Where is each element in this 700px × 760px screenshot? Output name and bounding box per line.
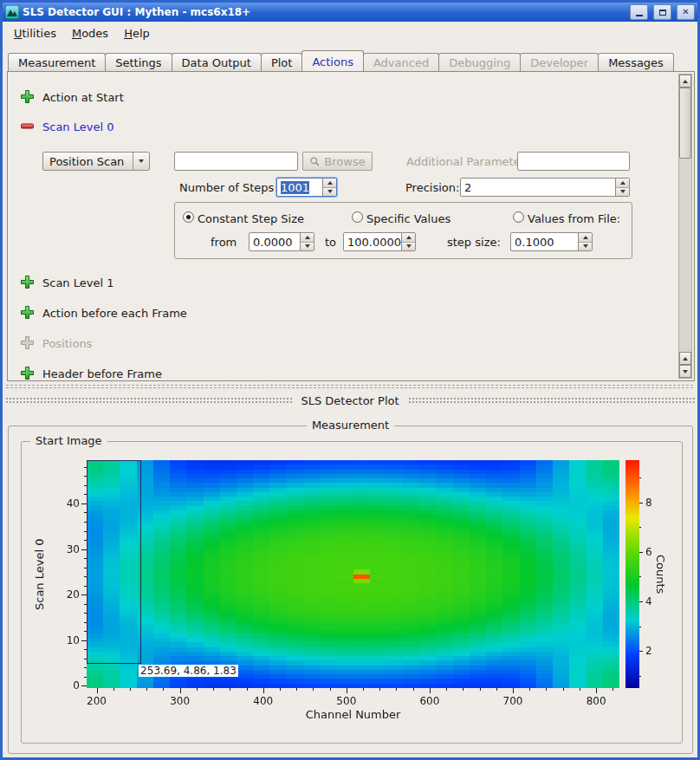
- x-minor-tick: [146, 688, 147, 691]
- colorbar-minor-tick: [639, 576, 641, 577]
- minimize-button[interactable]: [630, 4, 648, 20]
- y-tick-label: 0: [52, 679, 80, 692]
- arrow-up-icon: [683, 357, 688, 361]
- radio-constant-step-size-label: Constant Step Size: [198, 212, 304, 225]
- from-value[interactable]: 0.0000: [253, 236, 293, 249]
- close-icon: ✕: [682, 8, 689, 16]
- dock-handle-dots[interactable]: [5, 397, 292, 405]
- maximize-icon: [659, 10, 666, 16]
- precision-label: Precision:: [405, 181, 459, 194]
- spin-down-button[interactable]: [402, 242, 415, 251]
- menu-item-help[interactable]: Help: [116, 23, 158, 43]
- scan-level-1-plus-icon[interactable]: [20, 275, 35, 289]
- dropdown-arrow-icon: [133, 153, 149, 170]
- spin-down-button[interactable]: [323, 187, 336, 197]
- number-of-steps-value[interactable]: 1001: [281, 181, 309, 194]
- script-file-input[interactable]: [174, 152, 298, 171]
- scroll-up-button[interactable]: [679, 75, 691, 88]
- tab-messages[interactable]: Messages: [598, 53, 674, 71]
- x-major-tick: [430, 688, 431, 693]
- action-before-frame-plus-icon[interactable]: [20, 305, 35, 320]
- step-size-label: step size:: [447, 236, 501, 249]
- y-minor-tick: [84, 677, 87, 678]
- scroll-down-button[interactable]: [679, 365, 691, 378]
- header-before-frame-label: Header before Frame: [42, 367, 162, 380]
- x-minor-tick: [313, 688, 314, 691]
- x-minor-tick: [247, 688, 248, 691]
- step-size-spinbox[interactable]: 0.1000: [510, 232, 593, 251]
- x-tick-label: 500: [329, 695, 364, 707]
- tab-actions[interactable]: Actions: [301, 50, 364, 71]
- colorbar-tick: [639, 552, 643, 553]
- precision-value[interactable]: 2: [464, 181, 471, 194]
- precision-spinbox[interactable]: 2: [460, 178, 630, 197]
- y-tick-label: 20: [52, 588, 80, 601]
- to-value[interactable]: 100.0000: [347, 236, 401, 249]
- x-minor-tick: [213, 688, 214, 691]
- spin-down-button[interactable]: [301, 242, 314, 251]
- window-title: SLS Detector GUI : Mythen - mcs6x18+: [23, 6, 625, 18]
- step-size-value[interactable]: 0.1000: [515, 236, 554, 249]
- scroll-up-button-bottom[interactable]: [679, 352, 691, 365]
- menu-bar: Utilities Modes Help: [3, 22, 697, 44]
- arrow-down-icon: [683, 370, 688, 374]
- spin-down-button[interactable]: [579, 242, 592, 251]
- x-minor-tick: [496, 688, 497, 691]
- spin-up-button[interactable]: [301, 233, 314, 242]
- x-minor-tick: [363, 688, 364, 691]
- tab-data-output[interactable]: Data Output: [172, 53, 262, 71]
- x-minor-tick: [330, 688, 331, 691]
- x-minor-tick: [580, 688, 580, 691]
- from-spinbox[interactable]: 0.0000: [249, 232, 314, 251]
- header-before-frame-plus-icon[interactable]: [20, 366, 35, 380]
- additional-parameter-label: Additional Parameter:: [406, 155, 528, 168]
- x-tick-label: 800: [579, 695, 613, 707]
- radio-constant-step-size[interactable]: [183, 211, 194, 223]
- maximize-button[interactable]: [653, 4, 671, 20]
- action-at-start-plus-icon[interactable]: [20, 89, 35, 104]
- number-of-steps-spinbox[interactable]: 1001: [276, 178, 337, 197]
- x-minor-tick: [197, 688, 198, 691]
- magnifier-icon: [309, 156, 321, 167]
- radio-specific-values[interactable]: [352, 211, 363, 223]
- spin-up-button[interactable]: [616, 179, 629, 187]
- scan-mode-value: Position Scan: [49, 155, 124, 168]
- scrollbar-thumb[interactable]: [679, 88, 691, 159]
- tab-developer: Developer: [520, 53, 599, 71]
- tab-bar: Measurement Settings Data Output Plot Ac…: [8, 50, 692, 71]
- x-minor-tick: [113, 688, 114, 691]
- action-at-start-label: Action at Start: [42, 91, 124, 104]
- menu-item-utilities[interactable]: Utilities: [6, 23, 64, 43]
- splitter-handle[interactable]: [5, 384, 695, 389]
- browse-button: Browse: [302, 152, 373, 171]
- number-of-steps-label: Number of Steps:: [179, 181, 278, 194]
- scan-level-0-minus-icon[interactable]: [20, 119, 35, 133]
- spin-up-button[interactable]: [579, 233, 592, 242]
- measurement-title: Measurement: [307, 419, 394, 432]
- dock-handle-dots[interactable]: [408, 397, 695, 405]
- tab-measurement[interactable]: Measurement: [8, 53, 106, 71]
- tab-plot[interactable]: Plot: [261, 53, 303, 71]
- x-minor-tick: [563, 688, 564, 691]
- spin-down-button[interactable]: [616, 187, 629, 197]
- scan-level-0-label: Scan Level 0: [42, 120, 113, 133]
- additional-parameter-input[interactable]: [517, 152, 630, 171]
- x-tick-label: 600: [412, 695, 447, 707]
- menu-item-modes[interactable]: Modes: [64, 23, 116, 43]
- radio-values-from-file[interactable]: [513, 211, 524, 223]
- dock-title-text: SLS Detector Plot: [301, 394, 399, 407]
- to-spinbox[interactable]: 100.0000: [343, 232, 416, 251]
- vertical-scrollbar[interactable]: [678, 74, 692, 379]
- spin-up-button[interactable]: [402, 233, 415, 242]
- close-button[interactable]: ✕: [677, 4, 695, 20]
- app-window: SLS Detector GUI : Mythen - mcs6x18+ ✕ U…: [0, 0, 700, 760]
- y-tick-label: 10: [52, 634, 80, 646]
- x-minor-tick: [296, 688, 297, 691]
- spin-up-button[interactable]: [323, 179, 336, 187]
- tab-settings[interactable]: Settings: [105, 53, 172, 71]
- arrow-up-icon: [683, 80, 688, 83]
- zoom-selection-rect: [87, 460, 141, 664]
- colorbar-minor-tick: [639, 627, 641, 627]
- x-major-tick: [97, 688, 98, 693]
- scan-mode-combobox[interactable]: Position Scan: [42, 152, 150, 171]
